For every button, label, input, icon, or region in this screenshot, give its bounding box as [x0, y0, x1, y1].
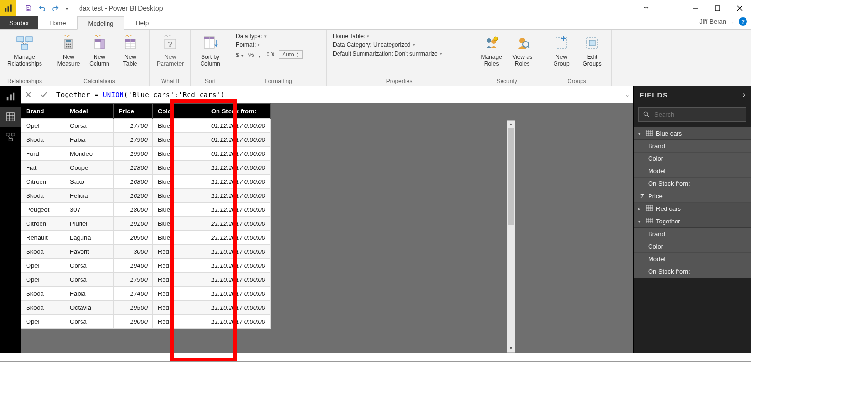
report-view-button[interactable] — [0, 86, 21, 107]
cell[interactable]: 19100 — [114, 217, 153, 231]
cell[interactable]: Blue — [153, 231, 206, 245]
formula-expand-button[interactable]: ⌄ — [622, 86, 633, 103]
percent-button[interactable]: % — [248, 51, 254, 58]
cell[interactable]: 17900 — [114, 133, 153, 147]
cell[interactable]: 11.10.2017 0:00:00 — [206, 301, 271, 315]
cell[interactable]: Opel — [21, 273, 65, 287]
new-table-button[interactable]: New Table — [115, 32, 146, 69]
cell[interactable]: 11.12.2017 0:00:00 — [206, 203, 271, 217]
cell[interactable]: 11.10.2017 0:00:00 — [206, 315, 271, 329]
cell[interactable]: 11.10.2017 0:00:00 — [206, 245, 271, 259]
table-row[interactable]: OpelCorsa17900Red11.10.2017 0:00:00 — [21, 273, 271, 287]
cell[interactable]: Peugeot — [21, 203, 65, 217]
home-table-dropdown[interactable]: Home Table: ▾ — [331, 32, 468, 41]
new-group-button[interactable]: New Group — [546, 32, 577, 69]
edit-groups-button[interactable]: Edit Groups — [577, 32, 608, 69]
cell[interactable]: 01.12.2017 0:00:00 — [206, 147, 271, 161]
fields-field[interactable]: On Stock from: — [634, 178, 751, 190]
data-category-dropdown[interactable]: Data Category: Uncategorized ▾ — [331, 41, 468, 49]
table-row[interactable]: SkodaFabia17900Blue01.12.2017 0:00:00 — [21, 133, 271, 147]
cell[interactable]: Red — [153, 273, 206, 287]
fields-field[interactable]: Color — [634, 153, 751, 165]
cell[interactable]: 20900 — [114, 231, 153, 245]
cell[interactable]: 19500 — [114, 301, 153, 315]
cell[interactable]: 19900 — [114, 147, 153, 161]
cell[interactable]: 17700 — [114, 119, 153, 133]
cell[interactable]: 11.10.2017 0:00:00 — [206, 273, 271, 287]
cell[interactable]: 11.12.2017 0:00:00 — [206, 189, 271, 203]
cell[interactable]: Red — [153, 287, 206, 301]
cell[interactable]: Blue — [153, 217, 206, 231]
fields-table-blue-cars[interactable]: ▾Blue cars — [634, 127, 751, 140]
cell[interactable]: Mondeo — [65, 147, 114, 161]
cell[interactable]: Blue — [153, 119, 206, 133]
data-type-dropdown[interactable]: Data type: ▾ — [234, 32, 323, 41]
scroll-thumb[interactable] — [508, 128, 514, 225]
cell[interactable]: Felicia — [65, 189, 114, 203]
cell[interactable]: Blue — [153, 189, 206, 203]
column-header[interactable]: Model — [65, 104, 114, 119]
qat-customize-dropdown[interactable]: ▾ — [62, 0, 71, 16]
tab-help[interactable]: Help — [124, 16, 160, 29]
chevron-down-icon[interactable]: ⌵ — [731, 19, 734, 24]
cell[interactable]: Ford — [21, 147, 65, 161]
undo-button[interactable] — [35, 0, 49, 16]
table-row[interactable]: SkodaFavorit3000Red11.10.2017 0:00:00 — [21, 245, 271, 259]
cell[interactable]: 21.12.2017 0:00:00 — [206, 231, 271, 245]
cell[interactable]: 17400 — [114, 287, 153, 301]
cell[interactable]: Octavia — [65, 301, 114, 315]
scroll-down-icon[interactable]: ▼ — [507, 345, 515, 352]
new-measure-button[interactable]: New Measure — [53, 32, 84, 69]
decimal-icon[interactable]: .0.00 — [265, 51, 274, 59]
table-row[interactable]: OpelCorsa19400Red11.10.2017 0:00:00 — [21, 259, 271, 273]
cell[interactable]: Blue — [153, 175, 206, 189]
comma-button[interactable]: , — [258, 51, 260, 58]
column-header[interactable]: Brand — [21, 104, 65, 119]
table-row[interactable]: SkodaFelicia16200Blue11.12.2017 0:00:00 — [21, 189, 271, 203]
close-button[interactable] — [729, 0, 751, 16]
cell[interactable]: Renault — [21, 231, 65, 245]
cell[interactable]: Fiat — [21, 161, 65, 175]
view-as-roles-button[interactable]: View as Roles — [507, 32, 538, 69]
cell[interactable]: 17900 — [114, 273, 153, 287]
cell[interactable]: 3000 — [114, 245, 153, 259]
manage-relationships-button[interactable]: Manage Relationships — [4, 32, 45, 69]
data-grid[interactable]: BrandModelPriceColorOn Stock from:OpelCo… — [21, 103, 271, 329]
cell[interactable]: 11.12.2017 0:00:00 — [206, 175, 271, 189]
table-row[interactable]: OpelCorsa19000Red11.10.2017 0:00:00 — [21, 315, 271, 329]
cell[interactable]: Blue — [153, 133, 206, 147]
cell[interactable]: Red — [153, 315, 206, 329]
cell[interactable]: 01.12.2017 0:00:00 — [206, 133, 271, 147]
cell[interactable]: 11.10.2017 0:00:00 — [206, 259, 271, 273]
table-row[interactable]: CitroenPluriel19100Blue21.12.2017 0:00:0… — [21, 217, 271, 231]
chevron-right-icon[interactable]: › — [743, 90, 745, 99]
tab-file[interactable]: Soubor — [0, 16, 38, 29]
cell[interactable]: 21.12.2017 0:00:00 — [206, 217, 271, 231]
cell[interactable]: Blue — [153, 161, 206, 175]
new-parameter-button[interactable]: ? New Parameter — [154, 32, 187, 69]
cell[interactable]: Skoda — [21, 133, 65, 147]
table-row[interactable]: OpelCorsa17700Blue01.12.2017 0:00:00 — [21, 119, 271, 133]
scroll-up-icon[interactable]: ▲ — [507, 121, 515, 128]
table-row[interactable]: FiatCoupe12800Blue11.12.2017 0:00:00 — [21, 161, 271, 175]
fields-field[interactable]: ΣPrice — [634, 190, 751, 203]
table-row[interactable]: CitroenSaxo16800Blue11.12.2017 0:00:00 — [21, 175, 271, 189]
decimal-auto-stepper[interactable]: Auto▲▼ — [279, 50, 303, 59]
new-column-button[interactable]: New Column — [84, 32, 115, 69]
cell[interactable]: Red — [153, 301, 206, 315]
format-dropdown[interactable]: Format: ▾ — [234, 41, 323, 49]
cell[interactable]: Blue — [153, 147, 206, 161]
formula-commit-button[interactable] — [36, 86, 52, 103]
sort-by-column-button[interactable]: Sort by Column — [195, 32, 226, 69]
cell[interactable]: 16800 — [114, 175, 153, 189]
help-icon[interactable]: ? — [739, 17, 747, 26]
user-name[interactable]: Jiří Beran — [699, 18, 726, 25]
cell[interactable]: Skoda — [21, 189, 65, 203]
cell[interactable]: Citroen — [21, 217, 65, 231]
fields-search[interactable] — [638, 107, 746, 122]
cell[interactable]: Fabia — [65, 287, 114, 301]
tab-home[interactable]: Home — [38, 16, 77, 29]
cell[interactable]: 11.10.2017 0:00:00 — [206, 287, 271, 301]
cell[interactable]: Favorit — [65, 245, 114, 259]
table-row[interactable]: SkodaFabia17400Red11.10.2017 0:00:00 — [21, 287, 271, 301]
